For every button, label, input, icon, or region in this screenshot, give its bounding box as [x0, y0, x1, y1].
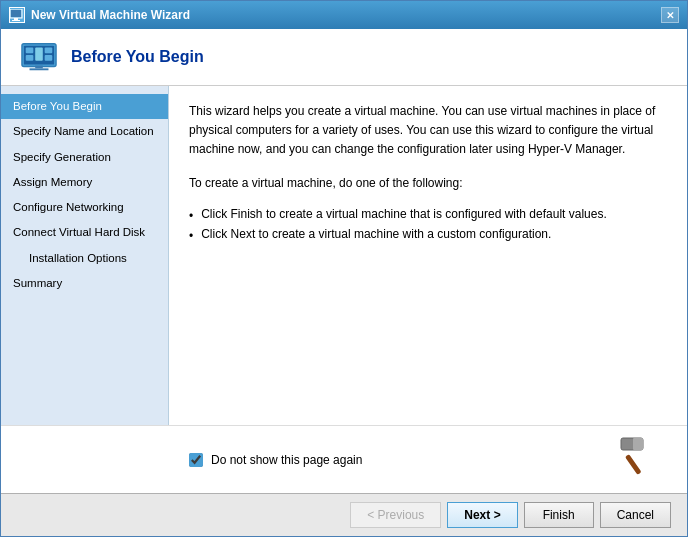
- content-panel: This wizard helps you create a virtual m…: [169, 86, 687, 425]
- svg-rect-3: [12, 20, 20, 21]
- svg-rect-2: [14, 18, 18, 20]
- main-section: Before You Begin Specify Name and Locati…: [1, 86, 687, 425]
- checkbox-row: Do not show this page again: [1, 425, 687, 493]
- svg-rect-9: [45, 48, 53, 54]
- bullet-dot-2: •: [189, 229, 193, 243]
- header-icon: [21, 43, 57, 71]
- button-row: < Previous Next > Finish Cancel: [1, 493, 687, 536]
- sidebar-item-configure-networking[interactable]: Configure Networking: [1, 195, 168, 220]
- bullet-text-next: Click Next to create a virtual machine w…: [201, 227, 551, 241]
- svg-rect-11: [35, 66, 43, 69]
- bullet-item-next: • Click Next to create a virtual machine…: [189, 227, 667, 243]
- svg-rect-12: [30, 68, 49, 70]
- title-bar-icon: [9, 7, 25, 23]
- sidebar-item-installation-options[interactable]: Installation Options: [1, 246, 168, 271]
- finish-button[interactable]: Finish: [524, 502, 594, 528]
- sidebar-item-connect-vhd[interactable]: Connect Virtual Hard Disk: [1, 220, 168, 245]
- bullet-intro: To create a virtual machine, do one of t…: [189, 174, 667, 193]
- sidebar: Before You Begin Specify Name and Locati…: [1, 86, 169, 425]
- hammer-icon: [611, 436, 647, 483]
- cancel-button[interactable]: Cancel: [600, 502, 671, 528]
- close-button[interactable]: ✕: [661, 7, 679, 23]
- sidebar-item-specify-name[interactable]: Specify Name and Location: [1, 119, 168, 144]
- title-bar: New Virtual Machine Wizard ✕: [1, 1, 687, 29]
- svg-rect-7: [26, 55, 34, 61]
- svg-rect-8: [35, 48, 43, 61]
- dont-show-checkbox[interactable]: [189, 453, 203, 467]
- svg-rect-15: [633, 438, 643, 450]
- next-button[interactable]: Next >: [447, 502, 517, 528]
- svg-rect-10: [45, 55, 53, 61]
- svg-rect-13: [625, 454, 642, 475]
- bullet-text-finish: Click Finish to create a virtual machine…: [201, 207, 607, 221]
- dont-show-label[interactable]: Do not show this page again: [211, 453, 362, 467]
- svg-rect-6: [26, 48, 34, 54]
- svg-rect-1: [11, 10, 21, 17]
- page-title: Before You Begin: [71, 48, 204, 66]
- bullet-item-finish: • Click Finish to create a virtual machi…: [189, 207, 667, 223]
- sidebar-item-specify-generation[interactable]: Specify Generation: [1, 145, 168, 170]
- bullet-dot-1: •: [189, 209, 193, 223]
- window-title: New Virtual Machine Wizard: [31, 8, 190, 22]
- sidebar-item-before-you-begin[interactable]: Before You Begin: [1, 94, 168, 119]
- sidebar-item-summary[interactable]: Summary: [1, 271, 168, 296]
- wizard-window: New Virtual Machine Wizard ✕ Before You …: [0, 0, 688, 537]
- sidebar-item-assign-memory[interactable]: Assign Memory: [1, 170, 168, 195]
- intro-paragraph: This wizard helps you create a virtual m…: [189, 102, 667, 160]
- bullet-section: To create a virtual machine, do one of t…: [189, 174, 667, 247]
- page-header: Before You Begin: [1, 29, 687, 86]
- previous-button[interactable]: < Previous: [350, 502, 441, 528]
